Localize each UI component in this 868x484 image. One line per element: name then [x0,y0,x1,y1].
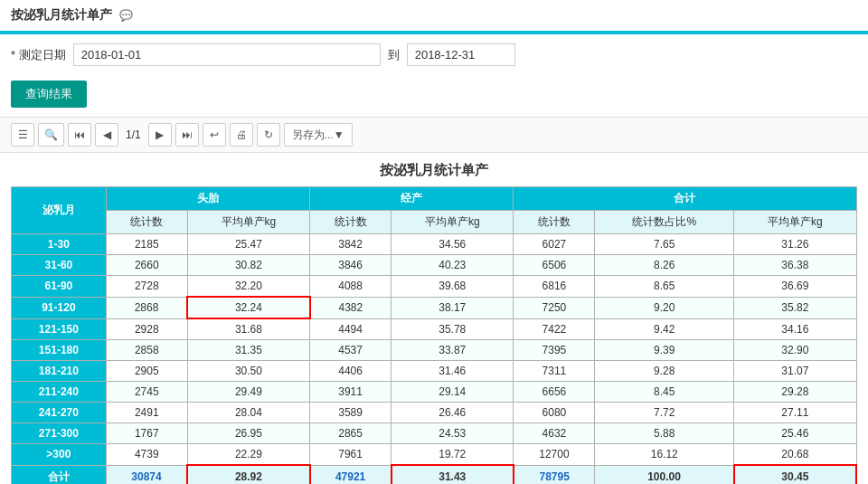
cell-month: 151-180 [12,340,107,361]
cell-t-pct: 9.20 [595,297,734,318]
cell-month: 181-210 [12,361,107,382]
cell-h-avg: 29.49 [187,382,309,403]
cell-t-count: 6027 [514,234,595,255]
query-button[interactable]: 查询结果 [11,81,87,108]
cell-h-count: 2728 [106,276,187,298]
cell-t-count: 12700 [514,444,595,466]
total-e-count: 47921 [310,465,392,484]
toolbar-prev-btn[interactable]: ◀ [95,123,118,147]
cell-e-avg: 19.72 [392,444,514,466]
cell-t-count: 7311 [514,361,595,382]
cell-e-avg: 26.46 [392,403,514,423]
cell-t-avg: 27.11 [734,403,856,423]
data-table: 泌乳月 头胎 经产 合计 统计数 平均单产kg 统计数 平均单产kg 统计数 统… [11,186,857,484]
cell-e-count: 3842 [310,234,392,255]
sub-h-count: 统计数 [106,211,187,234]
table-header-sub: 统计数 平均单产kg 统计数 平均单产kg 统计数 统计数占比% 平均单产kg [12,211,857,234]
cell-t-count: 6080 [514,403,595,423]
col-group-total: 合计 [514,187,856,211]
cell-e-count: 4406 [310,361,392,382]
toolbar-refresh-btn[interactable]: ↻ [257,123,280,147]
cell-h-avg: 22.29 [187,444,309,466]
cell-t-pct: 9.28 [595,361,734,382]
toolbar-page-info: 1/1 [122,128,145,141]
cell-e-avg: 33.87 [392,340,514,361]
table-row: 61-90272832.20408839.6868168.6536.69 [12,276,857,298]
table-row: 151-180285831.35453733.8773959.3932.90 [12,340,857,361]
cell-h-avg: 26.95 [187,423,309,444]
date-end-input[interactable] [407,43,515,66]
cell-t-count: 6816 [514,276,595,298]
col-group-econ: 经产 [310,187,514,211]
table-row: 271-300176726.95286524.5346325.8825.46 [12,423,857,444]
cell-h-count: 2928 [106,318,187,340]
table-row: 31-60266030.82384640.2365068.2636.38 [12,255,857,276]
cell-e-count: 4088 [310,276,392,298]
cell-e-count: 4494 [310,318,392,340]
cell-h-count: 2185 [106,234,187,255]
toolbar-last-btn[interactable]: ⏭ [175,123,199,147]
toolbar-saveas-btn[interactable]: 另存为...▼ [284,123,353,147]
cell-e-avg: 40.23 [392,255,514,276]
cell-t-avg: 25.46 [734,423,856,444]
total-h-avg: 28.92 [187,465,309,484]
table-header-main: 泌乳月 头胎 经产 合计 [12,187,857,211]
date-start-input[interactable] [73,43,381,66]
cell-h-count: 2868 [106,297,187,318]
sub-t-avg: 平均单产kg [734,211,856,234]
cell-t-count: 7395 [514,340,595,361]
cell-t-pct: 7.65 [595,234,734,255]
cell-t-count: 7422 [514,318,595,340]
cell-t-count: 6656 [514,382,595,403]
cell-month: 121-150 [12,318,107,340]
cell-t-pct: 9.42 [595,318,734,340]
toolbar-print-btn[interactable]: 🖨 [230,123,253,147]
table-row: 91-120286832.24438238.1772509.2035.82 [12,297,857,318]
sub-h-avg: 平均单产kg [187,211,309,234]
sub-t-pct: 统计数占比% [595,211,734,234]
cell-t-avg: 36.38 [734,255,856,276]
toolbar-back-btn[interactable]: ↩ [203,123,226,147]
cell-e-count: 4382 [310,297,392,318]
data-table-container: 泌乳月 头胎 经产 合计 统计数 平均单产kg 统计数 平均单产kg 统计数 统… [0,186,868,484]
cell-h-avg: 31.68 [187,318,309,340]
cell-e-avg: 29.14 [392,382,514,403]
cell-t-avg: 35.82 [734,297,856,318]
cell-h-count: 2491 [106,403,187,423]
total-t-avg: 30.45 [734,465,856,484]
cell-e-avg: 34.56 [392,234,514,255]
cell-t-avg: 34.16 [734,318,856,340]
table-row: >300473922.29796119.721270016.1220.68 [12,444,857,466]
date-separator: 到 [388,47,400,63]
cell-e-count: 2865 [310,423,392,444]
sub-e-count: 统计数 [310,211,392,234]
sub-e-avg: 平均单产kg [392,211,514,234]
cell-month: 91-120 [12,297,107,318]
cell-e-count: 7961 [310,444,392,466]
cell-t-pct: 9.39 [595,340,734,361]
toolbar-menu-btn[interactable]: ☰ [11,123,34,147]
cell-month: 211-240 [12,382,107,403]
cell-h-avg: 30.82 [187,255,309,276]
cell-month: 271-300 [12,423,107,444]
table-row: 241-270249128.04358926.4660807.7227.11 [12,403,857,423]
cell-h-avg: 32.24 [187,297,309,318]
cell-month: 1-30 [12,234,107,255]
cell-t-count: 4632 [514,423,595,444]
cell-e-avg: 31.46 [392,361,514,382]
toolbar-next-btn[interactable]: ▶ [148,123,172,147]
cell-month: 31-60 [12,255,107,276]
table-row: 121-150292831.68449435.7874229.4234.16 [12,318,857,340]
cell-e-avg: 24.53 [392,423,514,444]
report-title: 按泌乳月统计单产 [0,153,868,186]
cell-t-pct: 8.45 [595,382,734,403]
cell-e-avg: 39.68 [392,276,514,298]
toolbar-search-btn[interactable]: 🔍 [38,123,64,147]
table-row: 181-210290530.50440631.4673119.2831.07 [12,361,857,382]
cell-t-count: 6506 [514,255,595,276]
cell-e-avg: 35.78 [392,318,514,340]
cell-e-count: 3911 [310,382,392,403]
cell-t-avg: 36.69 [734,276,856,298]
toolbar-first-btn[interactable]: ⏮ [68,123,91,147]
col-group-head: 头胎 [106,187,309,211]
